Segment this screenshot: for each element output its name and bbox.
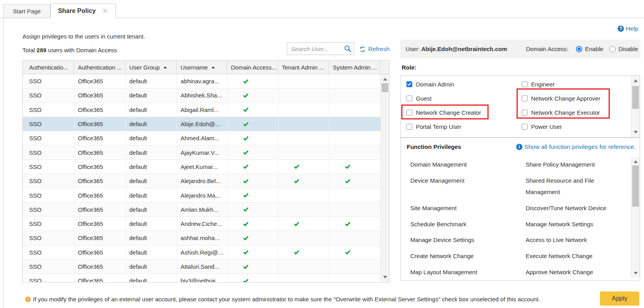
checkbox-icon[interactable]: [406, 95, 412, 101]
scroll-up-icon[interactable]: [634, 79, 638, 82]
auth-type-cell: SSO: [23, 131, 74, 145]
scroll-down-icon[interactable]: [634, 131, 638, 134]
green-check-icon: [250, 250, 255, 255]
checkbox-icon[interactable]: [522, 95, 528, 101]
role-option-domain-admin[interactable]: Domain Admin: [406, 77, 454, 91]
username-cell: Abigail.Raml...: [177, 103, 227, 117]
help-link[interactable]: ? Help: [618, 25, 638, 32]
show-all-privileges-link[interactable]: i Show all function privileges for refer…: [516, 143, 636, 150]
scroll-down-icon[interactable]: [634, 272, 638, 275]
scrollbar-thumb[interactable]: [632, 165, 639, 207]
system-admin-cell: [329, 217, 380, 231]
privilege-item: Map Layout Management: [410, 264, 520, 278]
domain-access-enable-option[interactable]: Enable: [576, 46, 603, 52]
search-icon[interactable]: [344, 45, 352, 53]
enable-label: Enable: [585, 46, 603, 52]
role-option-portal-temp-user[interactable]: Portal Temp User: [406, 119, 461, 134]
role-option-power-user[interactable]: Power User: [522, 119, 562, 134]
role-option-network-change-approver[interactable]: Network Change Approver: [522, 91, 600, 105]
user-row-abije-edoh[interactable]: SSOOffice365defaultAbije.Edoh@...: [23, 117, 380, 131]
info-icon: i: [516, 144, 522, 150]
user-row-attaluri-sand[interactable]: SSOOffice365defaultAttaluri.Sand...: [23, 260, 380, 274]
tab-share-policy[interactable]: Share Policy ✕: [50, 4, 116, 18]
close-tab-icon[interactable]: ✕: [102, 8, 108, 14]
refresh-button[interactable]: Refresh: [359, 46, 389, 53]
column-header-system-admin[interactable]: System Admin ...: [329, 60, 380, 74]
user-row-ashish-regi[interactable]: SSOOffice365defaultAshish.Regi@...: [23, 246, 380, 260]
role-option-network-change-creator[interactable]: Network Change Creator: [406, 105, 481, 119]
users-table-header: Authenticatio...Authentication ...User G…: [23, 60, 389, 74]
tenant-admin-cell: [278, 88, 329, 102]
checkbox-icon[interactable]: [406, 124, 412, 130]
role-list: Domain AdminGuestNetwork Change CreatorP…: [400, 75, 640, 138]
apply-button[interactable]: Apply: [600, 292, 639, 306]
user-group-cell: default: [125, 174, 177, 188]
user-row-andrew-ciche[interactable]: SSOOffice365defaultAndrew.Ciche...: [23, 217, 380, 231]
privilege-item: Execute Network Change: [526, 248, 624, 262]
column-header-user-group[interactable]: User Group: [125, 60, 177, 74]
username-cell: Ashish.Regi@...: [177, 246, 227, 259]
checkbox-icon[interactable]: [522, 124, 528, 130]
role-option-engineer[interactable]: Engineer: [522, 77, 555, 91]
role-option-label: Guest: [416, 95, 432, 102]
function-privileges-title: Function Privileges: [407, 143, 461, 150]
enable-radio[interactable]: [576, 46, 582, 52]
column-header-domain-access[interactable]: Domain Access...: [227, 60, 278, 74]
user-group-cell: default: [125, 103, 177, 117]
user-group-cell: default: [125, 188, 177, 202]
users-table-scrollbar[interactable]: [380, 74, 389, 282]
role-option-label: Engineer: [531, 81, 555, 88]
scrollbar-thumb[interactable]: [382, 83, 388, 92]
total-users-count: 289: [37, 47, 46, 53]
checkbox-icon[interactable]: [522, 110, 528, 116]
checkbox-icon[interactable]: [522, 81, 528, 87]
user-row-alejandro-bel[interactable]: SSOOffice365defaultAlejandro.Bel...: [23, 174, 380, 188]
auth-type-cell: SSO: [23, 188, 74, 202]
column-header-label: Username: [181, 64, 208, 71]
privilege-row: Manage Device SettingsAccess to Live Net…: [401, 232, 631, 248]
total-users-text: Total 289 users with Domain Access: [22, 47, 117, 53]
user-group-cell: default: [125, 145, 177, 159]
tab-start-page[interactable]: Start Page: [3, 4, 50, 18]
search-user-input[interactable]: [287, 43, 344, 55]
user-row-biv3-netbrai[interactable]: SSOOffice365defaultbiv3@netbrai...: [23, 274, 380, 282]
green-check-icon: [352, 222, 357, 226]
role-option-guest[interactable]: Guest: [406, 91, 432, 105]
role-option-network-change-executor[interactable]: Network Change Executor: [522, 105, 600, 119]
user-row-amlan-mukh[interactable]: SSOOffice365defaultAmlan.Mukh...: [23, 203, 380, 217]
scrollbar-thumb[interactable]: [632, 86, 639, 109]
column-header-tenant-admin[interactable]: Tenant Admin ...: [278, 60, 329, 74]
user-row-abhishek-sha[interactable]: SSOOffice365defaultAbhishek.Sha...: [23, 88, 380, 103]
privilege-item: Shared Resource and File Management: [526, 172, 624, 198]
user-row-ashhar-moha[interactable]: SSOOffice365defaultashhar.moha...: [23, 231, 380, 245]
user-row-abhinav-agra[interactable]: SSOOffice365defaultabhinav.agra...: [23, 74, 380, 88]
disable-radio[interactable]: [609, 46, 616, 52]
selected-user-bar: User: Abije.Edoh@netbraintech.com Domain…: [400, 40, 640, 58]
column-header-authentication[interactable]: Authentication ...: [74, 60, 125, 74]
scroll-up-icon[interactable]: [383, 78, 387, 81]
privilege-row: Schedule BenchmarkManage Network Setting…: [401, 216, 631, 232]
user-row-ajaykumar-v[interactable]: SSOOffice365defaultAjayKumar.V...: [23, 145, 380, 160]
username-cell: Abije.Edoh@...: [177, 117, 227, 131]
auth-type-cell: SSO: [23, 217, 74, 231]
column-header-label: Tenant Admin ...: [282, 64, 325, 71]
role-scrollbar[interactable]: [631, 76, 640, 137]
user-row-abigail-raml[interactable]: SSOOffice365defaultAbigail.Raml...: [23, 103, 380, 117]
green-check-icon: [250, 264, 255, 269]
scroll-up-icon[interactable]: [634, 160, 638, 163]
domain-access-cell: [227, 74, 278, 88]
user-row-ahmed-alam[interactable]: SSOOffice365defaultAhmed.Alam...: [23, 131, 380, 145]
checkbox-checked-icon[interactable]: [406, 81, 412, 87]
help-label: Help: [626, 25, 638, 32]
checkbox-icon[interactable]: [406, 110, 412, 116]
scroll-down-icon[interactable]: [383, 276, 387, 279]
column-header-label: Authentication ...: [78, 64, 122, 71]
column-header-username[interactable]: Username: [177, 60, 227, 74]
user-row-alejandro-ma[interactable]: SSOOffice365defaultAlejandro.Ma...: [23, 188, 380, 202]
user-row-ajeet-kumar[interactable]: SSOOffice365defaultAjeet.Kumar...: [23, 160, 380, 174]
column-header-authenticatio[interactable]: Authenticatio...: [23, 60, 74, 74]
domain-access-disable-option[interactable]: Disable: [609, 46, 638, 52]
username-cell: abhinav.agra...: [177, 74, 227, 88]
tenant-admin-cell: [278, 117, 329, 131]
function-privileges-scrollbar[interactable]: [631, 157, 640, 278]
